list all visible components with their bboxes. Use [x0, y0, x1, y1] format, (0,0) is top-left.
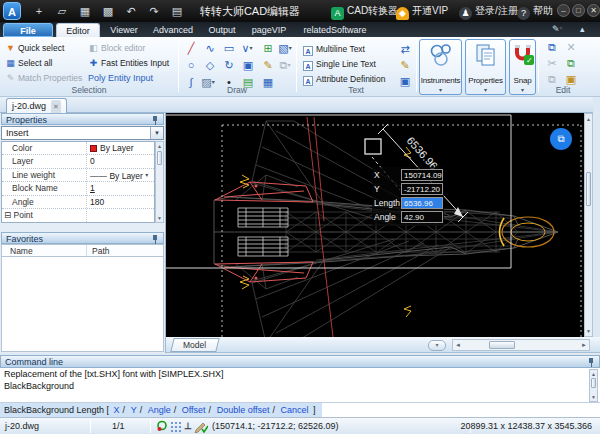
polygon-icon[interactable]: ◇ — [203, 58, 217, 72]
vip-link[interactable]: ◆开通VIP — [396, 0, 448, 22]
tab-relatedsoftware[interactable]: relatedSoftware — [295, 23, 375, 37]
undo-icon[interactable]: ↶ — [122, 3, 140, 19]
properties-scrollbar[interactable]: ▲ ▼ — [155, 141, 164, 223]
scroll-down-icon[interactable]: ▼ — [585, 328, 592, 334]
duplicate-icon[interactable]: ⧉ — [545, 72, 559, 86]
help-link[interactable]: ?帮助 — [517, 0, 553, 22]
instruments-button[interactable]: Instruments▾ — [419, 39, 462, 95]
favorites-list[interactable] — [1, 257, 164, 352]
scrollbar-thumb[interactable] — [591, 378, 596, 388]
scroll-down-icon[interactable]: ▼ — [156, 215, 163, 221]
spline-pen-icon[interactable]: ∿ — [203, 41, 217, 55]
prompt-option-cancel[interactable]: Cancel — [281, 405, 309, 415]
favorites-col-path[interactable]: Path — [92, 245, 110, 257]
open-file-icon[interactable]: ▱ — [53, 3, 71, 19]
single-line-text-button[interactable]: ASingle Line Text — [303, 58, 376, 71]
match-properties-button[interactable]: ✎Match Properties — [5, 72, 82, 85]
redo-icon[interactable]: ↷ — [145, 3, 163, 19]
y-value-field[interactable]: -21712.20 — [401, 183, 443, 195]
collapse-ribbon-icon[interactable]: ▴ — [580, 24, 585, 34]
quick-edit-icon[interactable]: ✎▾ — [552, 24, 563, 34]
polyline-icon[interactable]: ∨▾ — [240, 41, 254, 55]
property-row[interactable]: Angle180 — [2, 196, 154, 209]
canvas-vscrollbar[interactable]: ▲ ▼ — [584, 113, 593, 337]
scroll-left-icon[interactable]: ◄ — [453, 340, 463, 350]
chevron-down-icon[interactable]: ▼ — [150, 127, 163, 139]
document-tab[interactable]: j-20.dwg✕ — [6, 98, 67, 113]
select-all-button[interactable]: ▦Select all — [5, 57, 53, 70]
tab-output[interactable]: Output — [201, 23, 243, 37]
ortho-mode-icon[interactable]: ⊥ — [184, 418, 192, 434]
property-row[interactable]: Color By Layer — [2, 142, 154, 155]
angle-value-field[interactable]: 42.90 — [401, 211, 443, 223]
property-row[interactable]: Block Name1 — [2, 182, 154, 195]
close-document-icon[interactable]: ✕ — [51, 100, 61, 114]
prompt-option-offset[interactable]: Offset — [182, 405, 206, 415]
drawing-canvas[interactable]: 6536.96 X150714.09 Y-21712.20 Length6536… — [166, 113, 584, 337]
collapse-icon[interactable]: ⊟ — [4, 210, 11, 220]
fast-entities-input-button[interactable]: ✚Fast Entities Input — [88, 57, 169, 70]
scroll-down-icon[interactable]: ▼ — [590, 394, 597, 400]
tab-editor[interactable]: Editor — [56, 23, 100, 37]
minimize-button[interactable]: – — [557, 4, 570, 17]
sketch-pen-icon[interactable]: ✎ — [261, 58, 275, 72]
command-history[interactable]: Replacement of the [txt.SHX] font with [… — [0, 368, 600, 403]
scroll-up-icon[interactable]: ▲ — [590, 371, 597, 377]
properties-button[interactable]: Properties▾ — [465, 39, 506, 95]
chevron-down-icon[interactable]: ▾ — [145, 172, 148, 178]
tab-file[interactable]: File — [3, 23, 53, 37]
login-link[interactable]: ♟登录/注册 — [459, 0, 518, 22]
rectangle-icon[interactable]: ▭ — [222, 41, 236, 55]
scrollbar-thumb[interactable] — [489, 341, 515, 349]
quick-select-button[interactable]: ▼Quick select — [5, 42, 64, 55]
scroll-up-icon[interactable]: ▲ — [585, 116, 592, 122]
scroll-right-icon[interactable]: ► — [579, 340, 589, 350]
poly-entity-input-button[interactable]: Poly Entity Input — [88, 72, 155, 85]
pin-icon[interactable] — [151, 235, 159, 244]
save-icon[interactable]: ▦ — [76, 3, 94, 19]
prompt-option-x[interactable]: X — [114, 405, 120, 415]
line-icon[interactable]: ╱ — [184, 41, 198, 55]
property-category-row[interactable]: ⊟ Point — [2, 209, 154, 222]
favorites-col-name[interactable]: Name — [10, 245, 33, 257]
block-insert-icon[interactable]: ⊞ — [261, 41, 275, 55]
snap-button[interactable]: ✓ Snap▾ — [509, 39, 536, 95]
block-editor-button[interactable]: ◧Block editor — [88, 42, 145, 55]
copy-with-check-icon[interactable]: ⧉ — [564, 56, 578, 70]
arc-icon[interactable]: ↻ — [222, 58, 236, 72]
prompt-option-double-offset[interactable]: Double offset — [217, 405, 270, 415]
scrollbar-thumb[interactable] — [157, 151, 162, 165]
tab-viewer[interactable]: Viewer — [103, 23, 145, 37]
property-row[interactable]: Line weight —— By Layer ▾ — [2, 169, 154, 182]
close-button[interactable]: ✕ — [587, 4, 600, 17]
scroll-up-icon[interactable]: ▲ — [156, 143, 163, 149]
property-row[interactable]: Layer0 — [2, 155, 154, 168]
paste-icon[interactable]: ⧉ — [545, 40, 559, 54]
save-as-icon[interactable]: ▩ — [99, 3, 117, 19]
orbit-mode-icon[interactable] — [156, 420, 168, 434]
cad-converter-link[interactable]: ACAD转换器 — [331, 0, 398, 22]
ole-object-icon[interactable]: ▣ — [241, 58, 255, 72]
entity-type-select[interactable]: Insert ▼ — [1, 126, 164, 140]
tab-pagevip[interactable]: pageVIP — [245, 23, 293, 37]
find-replace-icon[interactable]: ⇄ — [398, 42, 412, 56]
cut-icon[interactable]: ✂ — [545, 56, 559, 70]
edit-text-icon[interactable]: ✎ — [398, 58, 412, 72]
pin-icon[interactable] — [587, 358, 595, 367]
command-scrollbar[interactable]: ▲ ▼ — [589, 369, 598, 402]
sketch-check-icon[interactable] — [194, 420, 208, 434]
selection-area-icon[interactable]: ▧▾ — [278, 41, 292, 55]
circle-icon[interactable]: ○ — [184, 58, 198, 72]
command-prompt-input[interactable]: BlackBackground Length [ X/ Y/ Angle/ Of… — [0, 403, 600, 417]
pin-icon[interactable] — [151, 116, 159, 125]
canvas-hscrollbar[interactable]: ◄ ► — [452, 339, 590, 351]
new-file-icon[interactable]: + — [30, 3, 48, 19]
multiline-text-button[interactable]: AMultiline Text — [303, 43, 365, 56]
length-value-field[interactable]: 6536.96 — [401, 197, 443, 209]
prompt-option-angle[interactable]: Angle — [148, 405, 171, 415]
copy-object-icon[interactable]: ⧉▾ — [278, 58, 292, 72]
maximize-button[interactable]: □ — [572, 4, 585, 17]
grid-snap-icon[interactable] — [170, 420, 182, 434]
prompt-option-y[interactable]: Y — [131, 405, 137, 415]
model-tab[interactable]: Model — [170, 338, 219, 352]
